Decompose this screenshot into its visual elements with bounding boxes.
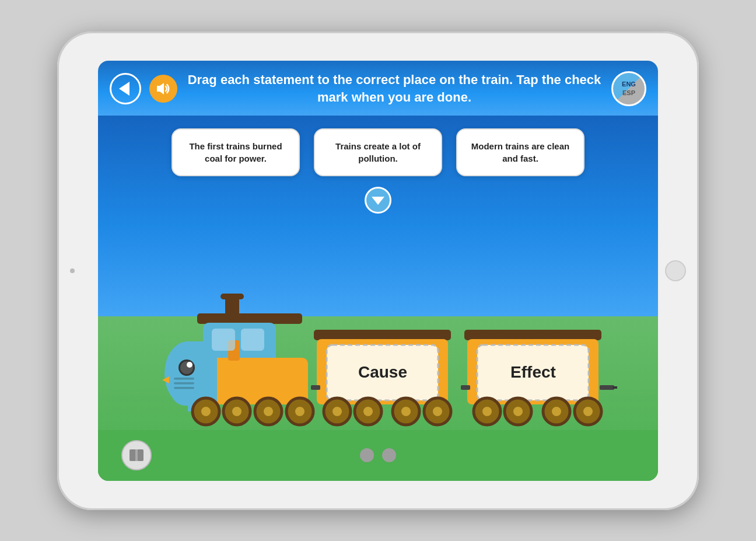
svg-point-55 [551, 406, 562, 417]
svg-rect-33 [461, 385, 470, 390]
svg-point-39 [263, 406, 274, 417]
svg-rect-25 [311, 385, 320, 390]
svg-point-51 [482, 406, 492, 417]
svg-rect-59 [137, 449, 144, 461]
tablet-side-button [70, 268, 75, 273]
svg-point-12 [187, 362, 192, 368]
statement-card-1[interactable]: The first trains burned coal for power. [172, 128, 300, 176]
screen: Drag each statement to the correct place… [98, 61, 658, 481]
train-svg: Cause Effect [139, 289, 617, 429]
nav-dots [360, 448, 396, 462]
book-icon [128, 448, 145, 462]
svg-point-37 [232, 406, 242, 417]
bottom-nav [98, 430, 658, 481]
book-button[interactable] [121, 440, 152, 470]
back-button[interactable] [110, 73, 141, 104]
svg-rect-58 [130, 449, 136, 461]
svg-rect-14 [174, 378, 194, 380]
svg-rect-26 [464, 330, 601, 340]
svg-rect-32 [612, 386, 617, 389]
sound-button[interactable] [149, 75, 177, 103]
svg-point-49 [432, 406, 443, 417]
svg-rect-16 [174, 387, 194, 389]
svg-point-53 [513, 406, 523, 417]
svg-rect-15 [174, 382, 194, 385]
svg-rect-60 [135, 449, 138, 461]
header: Drag each statement to the correct place… [98, 61, 658, 116]
train-container: Cause Effect [139, 289, 617, 431]
svg-point-57 [583, 406, 593, 417]
svg-marker-0 [157, 83, 164, 95]
svg-point-35 [201, 406, 211, 417]
svg-text:Effect: Effect [510, 363, 556, 381]
language-badge[interactable]: ENG ESP [611, 71, 646, 106]
back-arrow-icon [119, 82, 130, 96]
nav-dot-1[interactable] [360, 448, 374, 462]
instruction-text: Drag each statement to the correct place… [186, 71, 603, 106]
svg-point-43 [332, 406, 342, 417]
svg-point-47 [401, 406, 411, 417]
tablet-home-button[interactable] [665, 260, 686, 281]
svg-rect-3 [197, 313, 302, 324]
svg-rect-18 [212, 329, 235, 351]
svg-text:Cause: Cause [358, 363, 407, 381]
cards-row: The first trains burned coal for power. … [98, 116, 658, 176]
sound-icon [156, 82, 171, 95]
svg-rect-19 [241, 329, 264, 351]
svg-rect-9 [171, 347, 207, 406]
svg-point-45 [363, 406, 373, 417]
svg-rect-31 [600, 385, 614, 390]
lang-eng-label: ENG [622, 80, 636, 88]
statement-card-2[interactable]: Trains create a lot of pollution. [314, 128, 442, 176]
main-content: The first trains burned coal for power. … [98, 116, 658, 481]
down-arrow-circle [365, 187, 391, 214]
svg-point-41 [295, 406, 305, 417]
down-arrow-indicator [98, 187, 658, 214]
statement-card-3[interactable]: Modern trains are clean and fast. [456, 128, 584, 176]
tablet-frame: Drag each statement to the correct place… [57, 32, 699, 510]
svg-rect-20 [314, 330, 451, 340]
nav-dot-2[interactable] [382, 448, 396, 462]
down-arrow-icon [372, 197, 384, 205]
svg-rect-2 [220, 294, 244, 299]
lang-esp-label: ESP [622, 89, 635, 97]
